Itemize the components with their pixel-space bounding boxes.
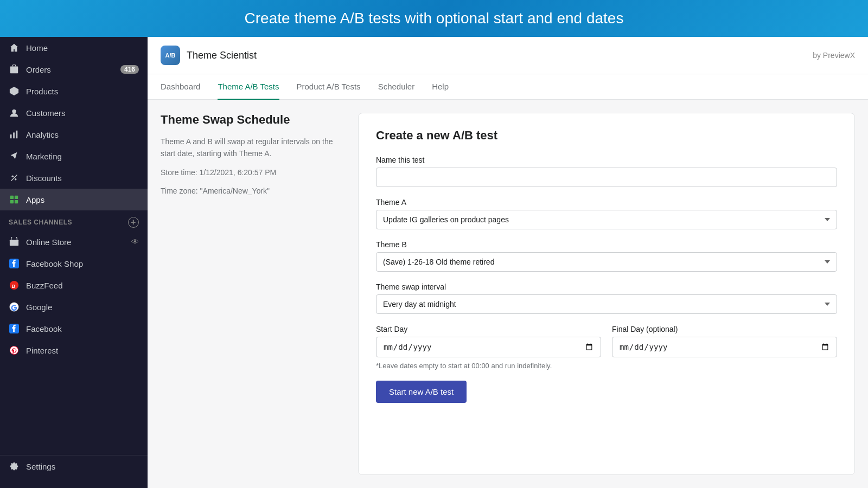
theme-b-group: Theme B (Save) 1-26-18 Old theme retired… xyxy=(376,240,837,272)
sidebar-item-pinterest[interactable]: Pinterest xyxy=(0,339,148,361)
interval-select[interactable]: Every day at midnightEvery 12 hoursEvery… xyxy=(376,294,837,314)
left-panel-desc3: Time zone: "America/New_York" xyxy=(161,185,345,197)
sidebar-label: BuzzFeed xyxy=(26,281,63,290)
products-icon xyxy=(9,86,20,97)
eye-icon[interactable]: 👁 xyxy=(131,237,139,246)
sidebar-item-facebook[interactable]: Facebook xyxy=(0,318,148,339)
tab-dashboard[interactable]: Dashboard xyxy=(161,74,200,100)
main-content: Theme Swap Schedule Theme A and B will s… xyxy=(148,100,868,488)
sales-channels-label: SALES CHANNELS xyxy=(9,219,72,226)
left-panel-desc2: Store time: 1/12/2021, 6:20:57 PM xyxy=(161,166,345,178)
interval-group: Theme swap interval Every day at midnigh… xyxy=(376,282,837,314)
svg-rect-0 xyxy=(10,67,18,74)
svg-rect-8 xyxy=(10,196,14,199)
sidebar-label: Pinterest xyxy=(26,346,58,355)
sidebar-item-buzzfeed[interactable]: B BuzzFeed xyxy=(0,274,148,296)
sidebar-item-apps[interactable]: Apps xyxy=(0,189,148,210)
sidebar-label: Facebook xyxy=(26,324,62,333)
google-icon xyxy=(9,301,20,312)
svg-point-1 xyxy=(12,110,16,113)
sidebar-label: Marketing xyxy=(26,152,62,161)
theme-a-select[interactable]: Update IG galleries on product pagesDefa… xyxy=(376,210,837,229)
app-logo: A/B xyxy=(161,46,180,65)
customers-icon xyxy=(9,107,20,118)
orders-icon xyxy=(9,64,20,75)
svg-rect-12 xyxy=(10,240,18,246)
svg-point-6 xyxy=(15,178,17,181)
sidebar-item-home[interactable]: Home xyxy=(0,37,148,59)
sidebar-label: Orders xyxy=(26,65,51,74)
sidebar-item-facebook-shop[interactable]: Facebook Shop xyxy=(0,253,148,274)
start-day-label: Start Day xyxy=(376,325,601,333)
sidebar-item-orders[interactable]: Orders 416 xyxy=(0,59,148,80)
sidebar-item-discounts[interactable]: Discounts xyxy=(0,167,148,189)
sidebar-label: Discounts xyxy=(26,174,62,183)
analytics-icon xyxy=(9,129,20,140)
content-area: A/B Theme Scientist by PreviewX Dashboar… xyxy=(148,37,868,488)
add-sales-channel-button[interactable]: + xyxy=(128,217,139,228)
svg-point-5 xyxy=(12,176,14,178)
tab-theme-ab-tests[interactable]: Theme A/B Tests xyxy=(218,74,279,100)
final-day-input[interactable] xyxy=(612,337,837,357)
sidebar-label: Online Store xyxy=(26,237,71,247)
facebook-icon xyxy=(9,323,20,334)
start-day-input[interactable] xyxy=(376,337,601,357)
sidebar-label: Home xyxy=(26,43,48,53)
sidebar-item-google[interactable]: Google xyxy=(0,296,148,318)
theme-b-label: Theme B xyxy=(376,240,837,249)
sidebar-item-marketing[interactable]: Marketing xyxy=(0,145,148,167)
name-input[interactable] xyxy=(376,168,837,187)
theme-a-label: Theme A xyxy=(376,198,837,207)
final-day-group: Final Day (optional) xyxy=(612,325,837,357)
buzzfeed-icon: B xyxy=(9,280,20,291)
svg-rect-9 xyxy=(15,196,18,199)
tab-scheduler[interactable]: Scheduler xyxy=(378,74,415,100)
marketing-icon xyxy=(9,151,20,162)
theme-a-group: Theme A Update IG galleries on product p… xyxy=(376,198,837,229)
sidebar-label: Apps xyxy=(26,195,44,204)
hint-text: *Leave dates empty to start at 00:00 and… xyxy=(376,362,837,370)
tab-help[interactable]: Help xyxy=(432,74,449,100)
left-panel: Theme Swap Schedule Theme A and B will s… xyxy=(161,113,345,475)
left-panel-desc1: Theme A and B will swap at regular inter… xyxy=(161,136,345,160)
app-header: A/B Theme Scientist by PreviewX xyxy=(148,37,868,74)
svg-rect-4 xyxy=(16,131,18,138)
start-day-group: Start Day xyxy=(376,325,601,357)
sales-channels-header: SALES CHANNELS + xyxy=(0,210,148,231)
final-day-label: Final Day (optional) xyxy=(612,325,837,333)
sidebar-label: Customers xyxy=(26,108,66,118)
tab-product-ab-tests[interactable]: Product A/B Tests xyxy=(297,74,361,100)
sidebar-label: Analytics xyxy=(26,130,59,139)
banner-text: Create theme A/B tests with optional sta… xyxy=(245,10,624,27)
left-panel-title: Theme Swap Schedule xyxy=(161,113,345,127)
online-store-icon xyxy=(9,236,20,247)
logo-text: A/B xyxy=(165,52,176,59)
app-title: Theme Scientist xyxy=(187,50,257,61)
facebook-shop-icon xyxy=(9,258,20,269)
sidebar-item-settings[interactable]: Settings xyxy=(0,455,148,477)
svg-rect-10 xyxy=(10,200,14,203)
name-label: Name this test xyxy=(376,156,837,164)
start-ab-test-button[interactable]: Start new A/B test xyxy=(376,381,467,403)
sidebar: Home Orders 416 Products Customers xyxy=(0,37,148,488)
name-field-group: Name this test xyxy=(376,156,837,187)
apps-icon xyxy=(9,194,20,205)
sidebar-label: Google xyxy=(26,303,52,312)
sidebar-label: Facebook Shop xyxy=(26,259,83,268)
create-ab-test-form: Create a new A/B test Name this test The… xyxy=(358,113,855,475)
discounts-icon xyxy=(9,172,20,183)
home-icon xyxy=(9,42,20,53)
settings-icon xyxy=(9,461,20,472)
sidebar-item-customers[interactable]: Customers xyxy=(0,102,148,124)
pinterest-icon xyxy=(9,345,20,356)
sidebar-item-products[interactable]: Products xyxy=(0,80,148,102)
settings-label: Settings xyxy=(26,462,55,471)
svg-rect-11 xyxy=(15,200,18,203)
sidebar-item-online-store[interactable]: Online Store 👁 xyxy=(0,231,148,253)
svg-rect-3 xyxy=(13,132,15,138)
svg-text:B: B xyxy=(12,284,16,289)
date-row: Start Day Final Day (optional) xyxy=(376,325,837,357)
theme-b-select[interactable]: (Save) 1-26-18 Old theme retiredDefault … xyxy=(376,252,837,272)
top-banner: Create theme A/B tests with optional sta… xyxy=(0,0,868,37)
sidebar-item-analytics[interactable]: Analytics xyxy=(0,124,148,145)
